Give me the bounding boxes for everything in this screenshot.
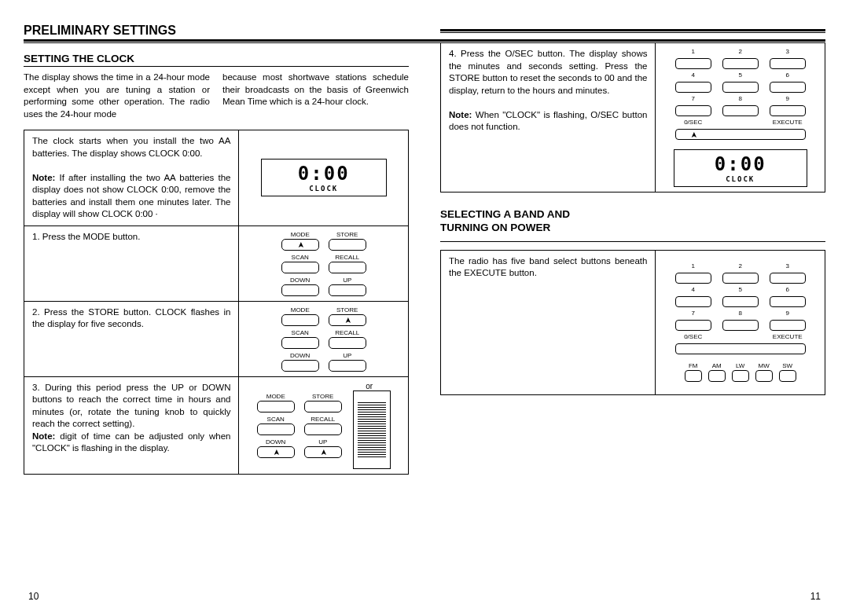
row1-text: 1. Press the MODE button. (24, 226, 238, 301)
subtitle-band-line1: SELECTING A BAND AND (440, 208, 570, 220)
up-button[interactable] (329, 360, 366, 372)
down-button[interactable] (281, 284, 319, 296)
row4-diagram: 1 2 3 4 5 6 7 8 9 (655, 43, 825, 192)
row4-text: 4. Press the O/SEC button. The display s… (441, 43, 655, 192)
subtitle-clock: SETTING THE CLOCK (24, 53, 409, 67)
row5-p: The radio has five band select buttons b… (449, 256, 647, 278)
lw-button[interactable] (732, 370, 749, 382)
recall-label: RECALL (311, 416, 335, 423)
store-button[interactable] (329, 314, 366, 326)
key-1-label: 1 (675, 48, 711, 56)
key-7-button[interactable] (675, 105, 711, 116)
mode-label: MODE (291, 231, 310, 238)
mw-label: MW (759, 362, 770, 369)
down-button[interactable] (257, 446, 295, 458)
two-column-layout: SETTING THE CLOCK The display shows the … (24, 53, 825, 475)
key-4-button[interactable] (675, 296, 711, 307)
row4-note-label: Note: (449, 110, 472, 119)
down-button[interactable] (281, 360, 319, 372)
table-row: 1. Press the MODE button. MODE STORE SCA… (24, 226, 408, 302)
store-label: STORE (312, 393, 333, 400)
mode-label: MODE (266, 393, 285, 400)
table-row: 3. During this period press the UP or DO… (24, 377, 408, 474)
key-5-button[interactable] (722, 296, 759, 307)
wide-button[interactable] (675, 129, 806, 140)
mode-label: MODE (291, 306, 310, 314)
row4-p1: 4. Press the O/SEC button. The display s… (449, 49, 647, 95)
recall-button[interactable] (304, 424, 342, 435)
row3-p2: digit of time can be adjusted only when … (32, 431, 230, 453)
store-label: STORE (336, 231, 358, 238)
key-9-button[interactable] (770, 105, 806, 116)
row3-diagram: MODE STORE SCAN RECALL DOWN UP or (238, 377, 408, 474)
key-2-button[interactable] (722, 273, 759, 284)
key-3-label: 3 (770, 48, 806, 56)
key-6-button[interactable] (770, 296, 806, 307)
key-1-button[interactable] (675, 58, 711, 69)
key-1-label: 1 (675, 262, 711, 270)
row3-text: 3. During this period press the UP or DO… (24, 377, 238, 474)
store-button[interactable] (304, 401, 342, 412)
osec-label: 0/SEC (675, 119, 711, 126)
key-4-label: 4 (675, 72, 711, 79)
recall-button[interactable] (329, 337, 366, 349)
scan-button[interactable] (281, 337, 319, 349)
lcd-display: 0:00 CLOCK (674, 149, 807, 187)
band-table: The radio has five band select buttons b… (440, 250, 825, 395)
page-number-right: 11 (810, 591, 821, 602)
keypad: 1 2 3 4 5 6 7 8 9 (675, 48, 806, 140)
clock-step4-table: 4. Press the O/SEC button. The display s… (440, 42, 825, 192)
up-button[interactable] (329, 284, 366, 296)
key-9-label: 9 (770, 310, 806, 317)
keypad: 1 2 3 4 5 6 7 8 9 (675, 262, 806, 354)
key-2-label: 2 (722, 262, 759, 270)
lw-label: LW (736, 362, 744, 369)
recall-label: RECALL (335, 254, 359, 261)
mode-button[interactable] (281, 314, 319, 326)
table-row: The radio has five band select buttons b… (441, 251, 825, 394)
right-rule (440, 29, 825, 33)
page-number-left: 10 (28, 591, 39, 602)
key-8-button[interactable] (722, 105, 759, 116)
key-4-button[interactable] (675, 82, 711, 93)
mw-button[interactable] (755, 370, 773, 382)
key-1-button[interactable] (675, 273, 711, 284)
mode-button[interactable] (257, 401, 295, 412)
row5-diagram: 1 2 3 4 5 6 7 8 9 (655, 251, 825, 394)
recall-button[interactable] (329, 262, 366, 273)
am-button[interactable] (708, 370, 726, 382)
key-9-button[interactable] (770, 320, 806, 331)
key-6-label: 6 (770, 72, 806, 79)
key-6-label: 6 (770, 286, 806, 294)
sw-button[interactable] (779, 370, 796, 382)
key-5-label: 5 (722, 286, 759, 294)
lcd-display: 0:00 CLOCK (261, 159, 387, 196)
key-2-label: 2 (722, 48, 759, 56)
store-button[interactable] (329, 239, 366, 251)
mode-button[interactable] (281, 239, 319, 251)
key-6-button[interactable] (770, 82, 806, 93)
key-8-button[interactable] (722, 320, 759, 331)
key-7-button[interactable] (675, 320, 711, 331)
tuning-knob[interactable] (353, 390, 391, 469)
band-buttons: FM AM LW MW SW (685, 362, 796, 382)
intro-col1: The display shows the time in a 24-hour … (24, 72, 210, 120)
key-3-button[interactable] (770, 58, 806, 69)
key-4-label: 4 (675, 286, 711, 294)
scan-button[interactable] (257, 424, 295, 435)
fm-button[interactable] (685, 370, 702, 382)
intro-paragraphs: The display shows the time in a 24-hour … (24, 72, 409, 120)
key-2-button[interactable] (722, 58, 759, 69)
down-label: DOWN (266, 438, 285, 446)
wide-button[interactable] (675, 343, 806, 354)
row0-diagram: 0:00 CLOCK (238, 130, 408, 226)
scan-label: SCAN (267, 416, 285, 423)
key-5-button[interactable] (722, 82, 759, 93)
scan-button[interactable] (281, 262, 319, 273)
up-button[interactable] (304, 446, 342, 458)
row2-diagram: MODE STORE SCAN RECALL DOWN UP (238, 302, 408, 376)
table-row: The clock starts when you install the tw… (24, 130, 408, 226)
key-3-button[interactable] (770, 273, 806, 284)
key-9-label: 9 (770, 95, 806, 103)
recall-label: RECALL (335, 329, 359, 336)
